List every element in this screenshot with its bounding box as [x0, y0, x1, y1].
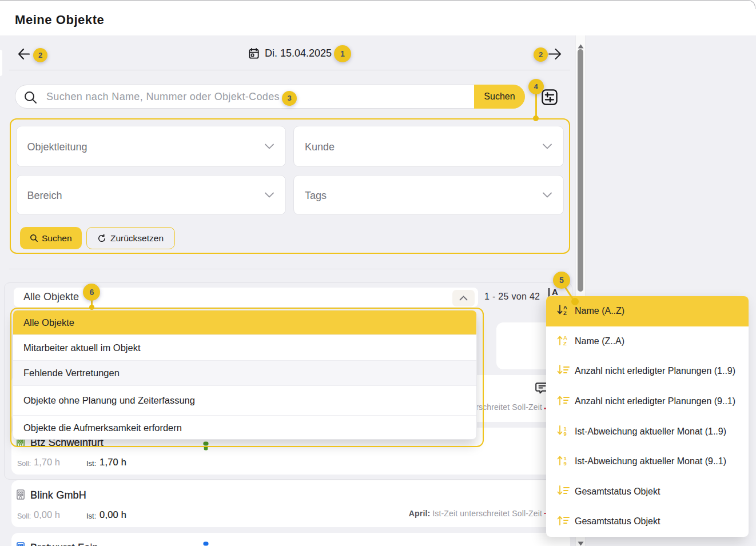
svg-text:Z: Z — [563, 340, 567, 345]
svg-text:9: 9 — [564, 431, 567, 436]
svg-text:Z: Z — [563, 310, 567, 316]
svg-text:9: 9 — [564, 460, 567, 465]
